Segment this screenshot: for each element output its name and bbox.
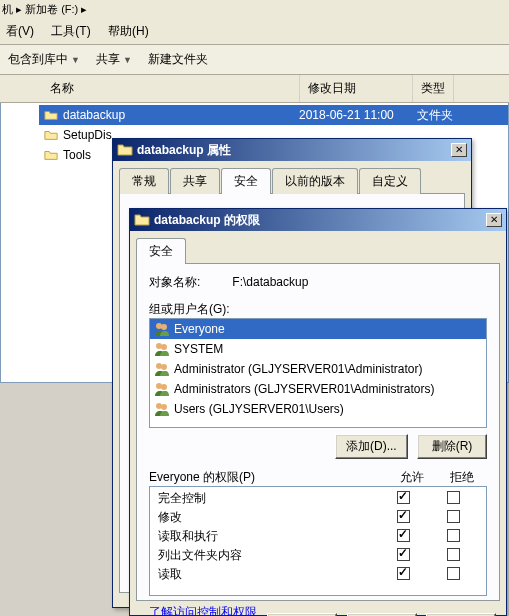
folder-icon (117, 142, 133, 158)
svg-point-9 (161, 404, 167, 410)
deny-checkbox[interactable] (447, 567, 460, 580)
user-icon (154, 321, 170, 337)
allow-checkbox[interactable] (397, 548, 410, 561)
allow-checkbox[interactable] (397, 567, 410, 580)
svg-point-7 (161, 384, 167, 390)
permission-row: 列出文件夹内容 (150, 546, 486, 565)
file-type: 文件夹 (417, 107, 453, 124)
toolbar: 包含到库中▼ 共享▼ 新建文件夹 (0, 45, 509, 75)
remove-button[interactable]: 删除(R) (417, 434, 487, 459)
groups-label: 组或用户名(G): (149, 301, 487, 318)
tab-row: 安全 (130, 231, 506, 263)
allow-header: 允许 (387, 469, 437, 486)
svg-point-2 (156, 343, 162, 349)
deny-header: 拒绝 (437, 469, 487, 486)
permission-row: 读取 (150, 565, 486, 584)
tab[interactable]: 以前的版本 (272, 168, 358, 194)
learn-more-link[interactable]: 了解访问控制和权限 (149, 604, 257, 616)
permission-name: 修改 (158, 509, 378, 526)
permissions-dialog: databackup 的权限 ✕ 安全 对象名称: F:\databackup … (129, 208, 507, 616)
group-name: Administrator (GLJYSERVER01\Administrato… (174, 362, 423, 376)
allow-checkbox[interactable] (397, 529, 410, 542)
col-type[interactable]: 类型 (413, 75, 454, 102)
svg-point-5 (161, 364, 167, 370)
toolbar-include[interactable]: 包含到库中▼ (8, 51, 80, 68)
group-item[interactable]: Everyone (150, 319, 486, 339)
chevron-down-icon: ▼ (123, 55, 132, 65)
dialog-title: databackup 属性 (137, 142, 451, 159)
deny-checkbox[interactable] (447, 529, 460, 542)
menu-help[interactable]: 帮助(H) (108, 24, 149, 38)
folder-icon (43, 127, 59, 143)
group-name: SYSTEM (174, 342, 223, 356)
tab-security[interactable]: 安全 (136, 238, 186, 264)
svg-point-0 (156, 323, 162, 329)
col-name[interactable]: 名称 (42, 75, 300, 102)
tab-panel: 对象名称: F:\databackup 组或用户名(G): EveryoneSY… (136, 263, 500, 601)
deny-checkbox[interactable] (447, 548, 460, 561)
permission-name: 列出文件夹内容 (158, 547, 378, 564)
permission-row: 完全控制 (150, 489, 486, 508)
group-name: Everyone (174, 322, 225, 336)
svg-point-1 (161, 324, 167, 330)
permissions-for-label: Everyone 的权限(P) (149, 469, 387, 486)
permission-row: 读取和执行 (150, 527, 486, 546)
group-item[interactable]: Users (GLJYSERVER01\Users) (150, 399, 486, 419)
deny-checkbox[interactable] (447, 491, 460, 504)
user-icon (154, 361, 170, 377)
group-item[interactable]: Administrator (GLJYSERVER01\Administrato… (150, 359, 486, 379)
dialog-title: databackup 的权限 (154, 212, 486, 229)
group-item[interactable]: SYSTEM (150, 339, 486, 359)
toolbar-newfolder[interactable]: 新建文件夹 (148, 51, 208, 68)
permission-name: 完全控制 (158, 490, 378, 507)
user-icon (154, 341, 170, 357)
path-bar: 机 ▸ 新加卷 (F:) ▸ (0, 0, 509, 19)
permission-name: 读取和执行 (158, 528, 378, 545)
tab-row: 常规共享安全以前的版本自定义 (113, 161, 471, 193)
titlebar[interactable]: databackup 属性 ✕ (113, 139, 471, 161)
menu-view[interactable]: 看(V) (6, 24, 34, 38)
column-headers: 名称 修改日期 类型 (0, 75, 509, 103)
user-icon (154, 401, 170, 417)
groups-listbox[interactable]: EveryoneSYSTEMAdministrator (GLJYSERVER0… (149, 318, 487, 428)
svg-point-3 (161, 344, 167, 350)
permissions-listbox[interactable]: 完全控制修改读取和执行列出文件夹内容读取 (149, 486, 487, 596)
svg-point-6 (156, 383, 162, 389)
allow-checkbox[interactable] (397, 491, 410, 504)
group-name: Administrators (GLJYSERVER01\Administrat… (174, 382, 435, 396)
folder-icon (43, 147, 59, 163)
menu-bar: 看(V) 工具(T) 帮助(H) (0, 19, 509, 45)
permission-name: 读取 (158, 566, 378, 583)
object-name-label: 对象名称: (149, 274, 229, 291)
object-name-value: F:\databackup (232, 275, 308, 289)
allow-checkbox[interactable] (397, 510, 410, 523)
deny-checkbox[interactable] (447, 510, 460, 523)
close-button[interactable]: ✕ (451, 143, 467, 157)
close-button[interactable]: ✕ (486, 213, 502, 227)
file-date: 2018-06-21 11:00 (299, 108, 417, 122)
tab[interactable]: 共享 (170, 168, 220, 194)
col-date[interactable]: 修改日期 (300, 75, 413, 102)
file-row[interactable]: databackup2018-06-21 11:00文件夹 (39, 105, 508, 125)
menu-tools[interactable]: 工具(T) (51, 24, 90, 38)
group-name: Users (GLJYSERVER01\Users) (174, 402, 344, 416)
folder-icon (134, 212, 150, 228)
toolbar-share[interactable]: 共享▼ (96, 51, 132, 68)
file-name: databackup (63, 108, 299, 122)
folder-icon (43, 107, 59, 123)
permission-row: 修改 (150, 508, 486, 527)
tab[interactable]: 常规 (119, 168, 169, 194)
tab[interactable]: 自定义 (359, 168, 421, 194)
chevron-down-icon: ▼ (71, 55, 80, 65)
user-icon (154, 381, 170, 397)
svg-point-4 (156, 363, 162, 369)
tab[interactable]: 安全 (221, 168, 271, 194)
svg-point-8 (156, 403, 162, 409)
add-button[interactable]: 添加(D)... (335, 434, 408, 459)
group-item[interactable]: Administrators (GLJYSERVER01\Administrat… (150, 379, 486, 399)
titlebar[interactable]: databackup 的权限 ✕ (130, 209, 506, 231)
